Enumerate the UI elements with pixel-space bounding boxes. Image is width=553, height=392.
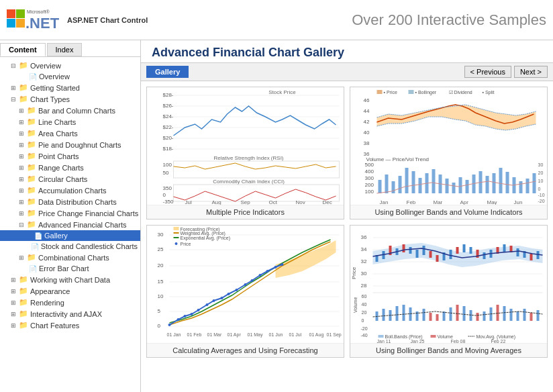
- svg-point-108: [177, 318, 180, 321]
- svg-rect-189: [396, 306, 399, 321]
- tab-index[interactable]: Index: [47, 43, 83, 56]
- folder-icon: 📁: [19, 275, 28, 284]
- svg-rect-197: [450, 307, 452, 321]
- tree-point[interactable]: ⊞ 📁 Point Charts: [0, 150, 140, 162]
- svg-text:5: 5: [158, 308, 161, 314]
- svg-text:Dec: Dec: [323, 199, 332, 205]
- tree-stockcandle[interactable]: 📄 Stock and Candlestick Charts: [0, 241, 140, 252]
- tree-line[interactable]: ⊞ 📁 Line Charts: [0, 116, 140, 128]
- svg-text:Jan 11: Jan 11: [377, 339, 391, 343]
- svg-text:Stock Price: Stock Price: [268, 89, 296, 95]
- svg-point-115: [228, 293, 230, 295]
- svg-rect-78: [533, 173, 536, 193]
- tree-workingdata[interactable]: ⊞ 📁 Working with Chart Data: [0, 274, 140, 285]
- svg-text:01 Apr: 01 Apr: [228, 332, 242, 338]
- svg-text:200: 200: [365, 182, 374, 188]
- svg-text:▪ Split: ▪ Split: [483, 90, 495, 95]
- tree-combinational[interactable]: ⊞ 📁 Combinational Charts: [0, 252, 140, 263]
- svg-text:40: 40: [364, 130, 370, 136]
- tree-pie[interactable]: ⊞ 📁 Pie and Doughnut Charts: [0, 139, 140, 150]
- tree-chart-types[interactable]: ⊟ 📁 Chart Types: [0, 93, 140, 105]
- tree-area[interactable]: ⊞ 📁 Area Charts: [0, 128, 140, 139]
- tree-datadist[interactable]: ⊞ 📁 Data Distribution Charts: [0, 196, 140, 207]
- svg-rect-172: [503, 244, 506, 252]
- svg-text:Boll.Bands (Price): Boll.Bands (Price): [385, 334, 423, 340]
- svg-text:-20: -20: [538, 199, 545, 203]
- header: Microsoft® .NET ASP.NET Chart Control Ov…: [0, 0, 553, 40]
- svg-text:20: 20: [158, 262, 164, 268]
- svg-text:▪ Price: ▪ Price: [384, 90, 397, 95]
- tree-errorbar[interactable]: 📄 Error Bar Chart: [0, 263, 140, 274]
- folder-icon: 📁: [19, 321, 28, 330]
- svg-text:34: 34: [361, 246, 367, 252]
- folder-icon: 📁: [19, 287, 28, 295]
- svg-rect-202: [483, 311, 486, 321]
- svg-point-114: [221, 297, 223, 299]
- svg-text:$26-: $26-: [163, 103, 174, 109]
- tabs-left: Gallery: [146, 66, 189, 78]
- svg-rect-201: [476, 313, 479, 321]
- tree-label: Gallery: [44, 232, 68, 240]
- svg-text:-10: -10: [538, 193, 545, 197]
- chart-card-1: $28- $26- $24- $22- $20- $18- Stock Pric…: [146, 87, 344, 219]
- tree-bar-col[interactable]: ⊞ 📁 Bar and Column Charts: [0, 105, 140, 116]
- svg-text:60: 60: [362, 294, 367, 299]
- svg-point-110: [191, 313, 193, 315]
- tree-getting-started[interactable]: ⊞ 📁 Getting Started: [0, 82, 140, 93]
- sidebar-tabs: Content Index: [0, 43, 140, 57]
- tree-gallery[interactable]: 📄 Gallery: [0, 230, 140, 241]
- svg-text:01 Jul: 01 Jul: [289, 332, 302, 337]
- tree-label: Line Charts: [38, 118, 76, 126]
- svg-text:0: 0: [163, 192, 166, 198]
- next-button[interactable]: Next >: [514, 66, 548, 78]
- svg-rect-196: [443, 311, 446, 321]
- tree-label: Getting Started: [30, 84, 80, 92]
- chart-grid: $28- $26- $24- $22- $20- $18- Stock Pric…: [141, 81, 553, 363]
- folder-icon: 📁: [27, 129, 36, 138]
- svg-text:Feb 08: Feb 08: [451, 339, 466, 343]
- folder-icon: 📁: [27, 152, 36, 160]
- svg-text:30: 30: [361, 271, 367, 277]
- tree-pricechange[interactable]: ⊞ 📁 Price Change Financial Charts: [0, 207, 140, 219]
- svg-rect-167: [470, 247, 472, 254]
- tree-advfin[interactable]: ⊟ 📁 Advanced Financial Charts: [0, 219, 140, 230]
- svg-text:Volume — Price/Vol Trend: Volume — Price/Vol Trend: [366, 156, 429, 162]
- tree-label: Working with Chart Data: [30, 276, 110, 284]
- tree-overview[interactable]: ⊟ 📁 Overview: [0, 60, 140, 71]
- svg-text:01 Sep: 01 Sep: [327, 332, 342, 338]
- folder-icon: 📁: [19, 309, 28, 318]
- svg-text:01 May: 01 May: [248, 332, 263, 338]
- svg-text:Volume: Volume: [353, 297, 358, 313]
- tree-appearance[interactable]: ⊞ 📁 Appearance: [0, 285, 140, 297]
- page-icon: 📄: [29, 265, 37, 273]
- chart-card-2: ▪ Price ▪ Bollinger ☑ Dividend ▪ Split 4…: [350, 87, 548, 219]
- tab-content[interactable]: Content: [0, 43, 46, 56]
- tree-chartfeatures[interactable]: ⊞ 📁 Chart Features: [0, 320, 140, 331]
- tree-circular[interactable]: ⊞ 📁 Circular Charts: [0, 173, 140, 185]
- tree-label: Overview: [39, 72, 70, 81]
- tree-label: Circular Charts: [38, 175, 87, 183]
- svg-rect-25: [174, 185, 340, 201]
- svg-rect-60: [412, 171, 415, 193]
- tree-label: Range Charts: [38, 164, 84, 172]
- tree-interactivity[interactable]: ⊞ 📁 Interactivity and AJAX: [0, 308, 140, 320]
- svg-rect-193: [423, 309, 425, 321]
- svg-rect-199: [463, 306, 466, 321]
- tree-range[interactable]: ⊞ 📁 Range Charts: [0, 162, 140, 173]
- folder-icon: 📁: [27, 253, 36, 262]
- tab-gallery[interactable]: Gallery: [146, 66, 189, 78]
- svg-rect-159: [416, 250, 419, 258]
- tree-rendering[interactable]: ⊞ 📁 Rendering: [0, 297, 140, 308]
- svg-text:10: 10: [158, 293, 164, 299]
- svg-point-120: [266, 270, 269, 273]
- tree-accum[interactable]: ⊞ 📁 Accumulation Charts: [0, 185, 140, 196]
- svg-rect-72: [493, 173, 496, 193]
- svg-point-111: [197, 309, 200, 311]
- tree-overview-link[interactable]: 📄 Overview: [0, 71, 140, 82]
- prev-button[interactable]: < Previous: [464, 66, 511, 78]
- svg-text:Jan: Jan: [380, 199, 389, 205]
- app-title: ASP.NET Chart Control: [67, 16, 148, 24]
- svg-text:38: 38: [364, 140, 370, 146]
- svg-text:$18-: $18-: [163, 146, 174, 152]
- svg-point-118: [251, 279, 254, 282]
